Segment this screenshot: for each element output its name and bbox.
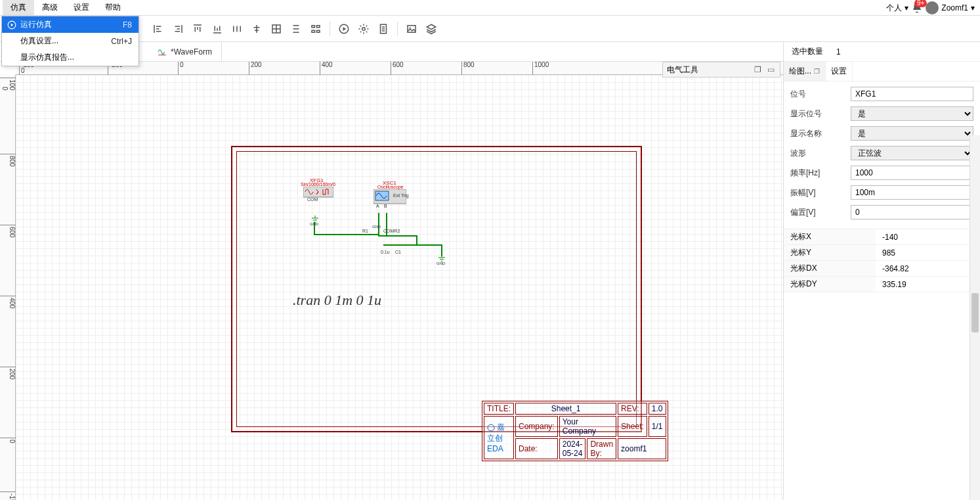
electrical-tools-palette[interactable]: 电气工具 ❐ ▭ [662, 62, 780, 78]
notification-badge: 9+ [914, 0, 927, 7]
align-top-button[interactable] [188, 19, 207, 39]
menubar-item-settings[interactable]: 设置 [66, 0, 97, 15]
notifications-button[interactable]: 9+ [911, 2, 923, 14]
component-function-generator[interactable]: XFG1 Sin/1000/100m/0 COM [303, 187, 333, 205]
rp-tab-settings[interactable]: 设置 [826, 62, 853, 81]
workspace: -150 0-20002004006008001000 100 08006004… [0, 62, 783, 500]
rp-wave-select[interactable]: 正弦波 [851, 146, 973, 160]
ext-trig-label: Ext Trig [393, 193, 409, 198]
rp-refdes-input[interactable] [851, 87, 973, 101]
menubar-item-simulation[interactable]: 仿真 [3, 0, 34, 15]
tab-label: *WaveForm [171, 47, 212, 57]
tb-date-value: 2024-05-24 [559, 438, 586, 459]
rp-tab-drawing[interactable]: 绘图... ❐ [784, 62, 826, 81]
tb-title-key: TITLE: [484, 403, 514, 415]
rp-showname-select[interactable]: 是 [851, 126, 973, 141]
cursor-dx-value: -364.82 [876, 264, 980, 273]
cursor-x-key: 光标X [784, 229, 876, 244]
dd-shortcut: F8 [123, 20, 132, 30]
tb-sheet-value: 1/1 [649, 416, 666, 437]
align-left-button[interactable] [148, 19, 168, 39]
rp-showname-label: 显示名称 [790, 128, 851, 139]
tb-logo: 嘉立创EDA [484, 416, 514, 459]
chevron-down-icon[interactable]: ▾ [971, 3, 975, 12]
toolbar-separator [330, 22, 330, 36]
palette-close-icon[interactable]: ▭ [765, 65, 776, 74]
layers-button[interactable] [421, 19, 441, 39]
distribute-group-button[interactable] [306, 19, 326, 39]
rp-scrollbar[interactable] [969, 135, 980, 500]
rp-amp-input[interactable] [851, 185, 973, 200]
rp-header: 选中数量 1 [784, 42, 980, 62]
ruler-vertical: 100 08006004002000-150 [0, 75, 16, 500]
dd-sim-report[interactable]: 显示仿真报告... [2, 49, 138, 66]
align-bottom-button[interactable] [207, 19, 227, 39]
user-name[interactable]: Zoomf1 [941, 3, 968, 12]
component-gnd[interactable]: GND [310, 216, 320, 223]
rp-selected-count: 1 [836, 47, 841, 57]
component-subtitle: Sin/1000/100m/0 [301, 182, 335, 187]
cursor-x-value: -140 [876, 233, 980, 242]
toolbar [0, 16, 980, 42]
wire[interactable] [314, 234, 379, 235]
waveform-icon [158, 47, 167, 57]
simulation-dropdown: 运行仿真 F8 仿真设置... Ctrl+J 显示仿真报告... [1, 16, 139, 66]
cursor-y-value: 985 [876, 248, 980, 258]
port-b-label: B [384, 204, 387, 208]
palette-title: 电气工具 [667, 64, 750, 76]
dd-run-simulation[interactable]: 运行仿真 F8 [2, 16, 138, 33]
distribute-h-button[interactable] [227, 19, 247, 39]
svg-point-14 [488, 424, 494, 431]
tb-title-value: Sheet_1 [515, 403, 616, 415]
image-button[interactable] [402, 19, 421, 39]
rp-wave-label: 波形 [790, 148, 851, 159]
spice-directive[interactable]: .tran 0 1m 0 1u [293, 292, 381, 309]
component-gnd[interactable]: GND [437, 255, 446, 263]
dd-sim-settings[interactable]: 仿真设置... Ctrl+J [2, 33, 138, 49]
tab-waveform[interactable]: *WaveForm [148, 42, 222, 61]
svg-rect-9 [408, 25, 415, 32]
doc-icon [377, 23, 389, 35]
user-scope[interactable]: 个人 [886, 3, 902, 14]
align-right-button[interactable] [168, 19, 188, 39]
rp-showref-select[interactable]: 是 [851, 106, 973, 121]
report-button[interactable] [373, 19, 393, 39]
align-center-button[interactable] [247, 19, 266, 39]
menubar-item-advanced[interactable]: 高级 [34, 0, 66, 15]
component-subtitle: Oscilloscope [377, 185, 404, 189]
canvas[interactable]: .tran 0 1m 0 1u XFG1 Sin/1000/100m/0 COM… [16, 75, 783, 500]
palette-popout-icon[interactable]: ❐ [752, 65, 763, 74]
wire[interactable] [378, 213, 379, 235]
rp-freq-input[interactable] [851, 166, 973, 180]
port-a-label: A [376, 204, 379, 208]
avatar[interactable] [926, 1, 939, 14]
svg-rect-3 [317, 25, 320, 27]
distribute-v-button[interactable] [286, 19, 306, 39]
scrollbar-thumb[interactable] [971, 293, 979, 332]
sheet-border [231, 146, 642, 432]
cursor-y-key: 光标Y [784, 245, 876, 260]
svg-point-7 [362, 27, 366, 30]
wire[interactable] [378, 235, 417, 237]
cursor-dy-key: 光标DY [784, 277, 876, 292]
svg-rect-4 [312, 30, 315, 32]
rp-selected-label: 选中数量 [792, 46, 823, 57]
settings-button[interactable] [354, 19, 373, 39]
com-label: COM [307, 197, 318, 202]
component-oscilloscope[interactable]: XSC1 Oscilloscope Ext Trig A B [373, 189, 406, 209]
svg-rect-5 [317, 30, 320, 32]
chevron-down-icon[interactable]: ▾ [905, 3, 908, 12]
wire[interactable] [383, 244, 442, 246]
menubar-item-help[interactable]: 帮助 [97, 0, 129, 15]
tb-sheet-key: Sheet: [618, 416, 647, 437]
rp-off-input[interactable] [851, 205, 973, 219]
tb-drawn-value: zoomf1 [618, 438, 666, 459]
image-icon [406, 23, 417, 35]
popout-icon[interactable]: ❐ [814, 68, 820, 75]
tb-rev-key: REV: [618, 403, 647, 415]
grid-button[interactable] [266, 19, 286, 39]
run-button[interactable] [334, 19, 354, 39]
tb-company-value: Your Company [559, 416, 616, 437]
cursor-dx-key: 光标DX [784, 261, 876, 276]
dd-label: 仿真设置... [18, 35, 111, 47]
